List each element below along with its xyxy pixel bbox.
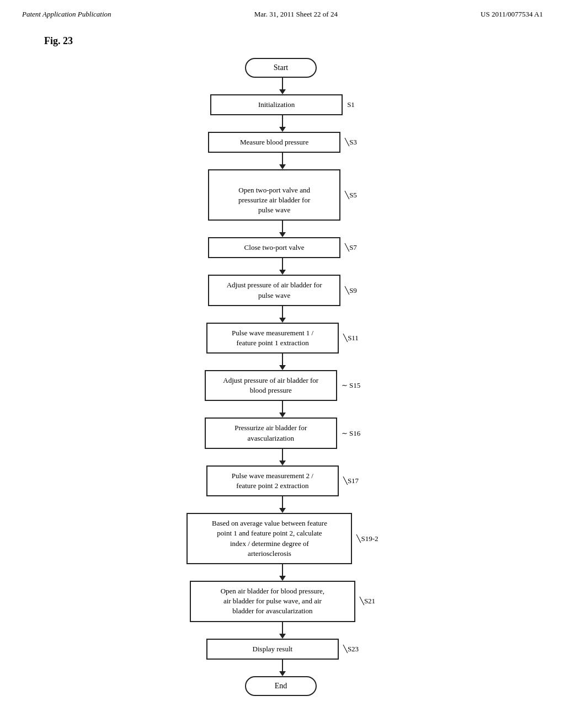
arrow-10 bbox=[279, 564, 286, 581]
step-s16-label: ∼ S16 bbox=[342, 429, 360, 438]
arrow-0 bbox=[279, 78, 286, 94]
step-s19-2-label: ╲S19-2 bbox=[356, 534, 378, 543]
node-s5: Open two-port valve andpressurize air bl… bbox=[208, 169, 340, 221]
node-s1: Initialization bbox=[210, 94, 343, 115]
step-s21-label: ╲S21 bbox=[360, 597, 375, 606]
arrow-8 bbox=[279, 449, 286, 465]
header-publication-label: Patent Application Publication bbox=[22, 10, 111, 19]
step-s7: Close two-port valve ╲S7 bbox=[208, 237, 357, 258]
arrow-3 bbox=[279, 221, 286, 237]
step-end: End bbox=[245, 676, 320, 696]
step-s3: Measure blood pressure ╲S3 bbox=[208, 132, 357, 153]
step-s9: Adjust pressure of air bladder forpulse … bbox=[208, 275, 357, 306]
node-s7: Close two-port valve bbox=[208, 237, 340, 258]
page-header: Patent Application Publication Mar. 31, … bbox=[0, 0, 565, 24]
step-s19-2: Based on average value between featurepo… bbox=[186, 513, 378, 564]
step-s1-label: S1 bbox=[347, 100, 355, 109]
step-s23-label: ╲S23 bbox=[343, 645, 359, 654]
step-s17: Pulse wave measurement 2 /feature point … bbox=[206, 465, 359, 496]
header-date-sheet: Mar. 31, 2011 Sheet 22 of 24 bbox=[254, 10, 338, 19]
step-s15-label: ∼ S15 bbox=[342, 381, 360, 390]
step-s21: Open air bladder for blood pressure,air … bbox=[190, 581, 375, 622]
node-s11: Pulse wave measurement 1 /feature point … bbox=[206, 323, 339, 354]
step-s11-label: ╲S11 bbox=[343, 334, 359, 342]
step-s9-label: ╲S9 bbox=[345, 286, 357, 295]
step-s5-label: ╲S5 bbox=[345, 191, 357, 200]
step-s23: Display result ╲S23 bbox=[206, 639, 359, 660]
node-s21: Open air bladder for blood pressure,air … bbox=[190, 581, 355, 622]
node-s3: Measure blood pressure bbox=[208, 132, 340, 153]
figure-title: Fig. 23 bbox=[0, 24, 565, 52]
header-patent-number: US 2011/0077534 A1 bbox=[481, 10, 543, 19]
node-s17: Pulse wave measurement 2 /feature point … bbox=[206, 465, 339, 496]
arrow-9 bbox=[279, 496, 286, 513]
step-s5: Open two-port valve andpressurize air bl… bbox=[208, 169, 357, 221]
arrow-11 bbox=[279, 622, 286, 639]
node-end: End bbox=[245, 676, 317, 696]
arrow-6 bbox=[279, 354, 286, 370]
step-s16: Pressurize air bladder foravascularizati… bbox=[205, 417, 360, 448]
arrow-7 bbox=[279, 401, 286, 417]
node-s23: Display result bbox=[206, 639, 339, 660]
node-s19-2: Based on average value between featurepo… bbox=[186, 513, 352, 564]
step-s7-label: ╲S7 bbox=[345, 243, 357, 252]
node-start: Start bbox=[245, 58, 317, 78]
arrow-1 bbox=[279, 115, 286, 132]
flowchart: Start Initialization S1 Measure blood pr… bbox=[0, 52, 565, 713]
arrow-2 bbox=[279, 153, 286, 169]
node-s15: Adjust pressure of air bladder forblood … bbox=[205, 370, 337, 401]
step-s17-label: ╲S17 bbox=[343, 477, 359, 485]
step-s15: Adjust pressure of air bladder forblood … bbox=[205, 370, 360, 401]
step-s3-label: ╲S3 bbox=[345, 138, 357, 147]
arrow-5 bbox=[279, 306, 286, 323]
step-start: Start bbox=[245, 58, 320, 78]
node-s16: Pressurize air bladder foravascularizati… bbox=[205, 417, 337, 448]
arrow-4 bbox=[279, 258, 286, 275]
arrow-12 bbox=[279, 660, 286, 676]
step-s1: Initialization S1 bbox=[210, 94, 355, 115]
step-s11: Pulse wave measurement 1 /feature point … bbox=[206, 323, 359, 354]
node-s9: Adjust pressure of air bladder forpulse … bbox=[208, 275, 340, 306]
